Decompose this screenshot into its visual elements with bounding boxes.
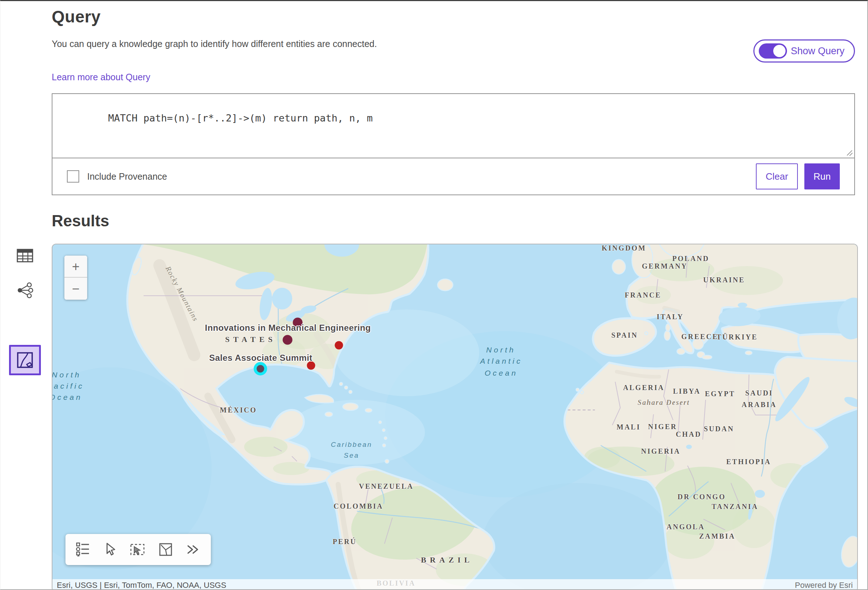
map-place-label: EGYPT (705, 390, 735, 398)
query-buttons: Clear Run (756, 164, 840, 189)
map-place-label: Sea (344, 451, 360, 460)
clear-button[interactable]: Clear (756, 164, 798, 189)
map-place-label: North (486, 346, 515, 354)
toggle-knob (772, 44, 787, 58)
map-place-label: SUDAN (704, 425, 734, 433)
map-place-label: TANZANIA (712, 503, 758, 511)
zoom-control: + − (64, 255, 87, 300)
learn-more-link[interactable]: Learn more about Query (52, 72, 150, 83)
map-place-label: POLAND (672, 255, 709, 263)
map-toolbar (65, 534, 211, 565)
map-place-label: FRANCE (624, 291, 661, 299)
query-input[interactable]: MATCH path=(n)-[r*..2]->(m) return path,… (52, 94, 854, 158)
map-marker-entity-selected[interactable] (254, 362, 267, 376)
map-place-label: MALI (617, 423, 641, 431)
legend-list-button[interactable] (74, 540, 92, 559)
map-place-label: ZAMBIA (699, 532, 735, 540)
map-place-label: GERMANY (642, 262, 688, 270)
map-place-label: Pacific (52, 382, 84, 391)
map-place-label: KINGDOM (601, 244, 646, 252)
include-provenance-label: Include Provenance (87, 171, 167, 182)
map-place-label: ITALY (657, 313, 683, 321)
query-text: MATCH path=(n)-[r*..2]->(m) return path,… (108, 112, 373, 124)
show-query-label: Show Query (791, 46, 844, 57)
map-place-label: COLOMBIA (334, 502, 383, 510)
view-sidebar (9, 244, 42, 375)
map-place-label: North (52, 370, 81, 379)
include-provenance-checkbox[interactable] (67, 170, 79, 183)
map-place-label: Sahara Desert (638, 398, 690, 407)
map-place-label: ANGOLA (667, 523, 705, 531)
select-by-rectangle-button[interactable] (128, 540, 147, 559)
select-by-rectangle-icon (129, 541, 146, 558)
map-place-label: SPAIN (611, 331, 638, 339)
results-area: KINGDOMPOLANDGERMANYUKRAINEFRANCEITALYSP… (0, 244, 867, 590)
run-button[interactable]: Run (805, 164, 840, 189)
expand-toolbar-button[interactable] (184, 541, 202, 558)
map-place-label: PERÚ (333, 538, 357, 546)
map-place-label: STATES (225, 335, 276, 344)
sidebar-item-table-view[interactable] (9, 244, 41, 267)
map-place-label: MÉXICO (220, 406, 257, 414)
map-place-label: Rocky Mountains (164, 265, 200, 323)
legend-list-icon (75, 541, 90, 558)
map-place-label: Ocean (52, 393, 83, 402)
sidebar-item-link-chart-view[interactable] (9, 278, 41, 302)
include-provenance-row: Include Provenance (67, 170, 167, 183)
map-place-label: SAUDI (745, 389, 773, 397)
map-event-label: Innovations in Mechanical Engineering (205, 323, 371, 333)
query-description: You can query a knowledge graph to ident… (52, 39, 377, 49)
map-place-label: ETHIOPIA (726, 458, 771, 466)
map-place-label: ARABIA (742, 401, 777, 409)
description-row: You can query a knowledge graph to ident… (52, 39, 855, 62)
query-actions: Include Provenance Clear Run (52, 158, 854, 195)
results-title: Results (52, 212, 867, 230)
map-marker-entity-dark[interactable] (283, 335, 292, 345)
show-query-toggle[interactable]: Show Query (753, 40, 855, 62)
map-place-label: GREECE (681, 333, 718, 341)
app-window: Query You can query a knowledge graph to… (0, 0, 868, 590)
map-place-label: UKRAINE (703, 276, 745, 284)
map-place-label: VENEZUELA (359, 482, 413, 491)
map-marker-entity-red[interactable] (335, 341, 343, 350)
map-view[interactable]: KINGDOMPOLANDGERMANYUKRAINEFRANCEITALYSP… (52, 244, 858, 590)
zoom-in-button[interactable]: + (64, 255, 87, 278)
map-place-label: NIGER (648, 423, 678, 431)
select-by-polygon-button[interactable] (156, 540, 175, 559)
map-place-label: BRAZIL (421, 555, 473, 565)
table-icon (17, 248, 33, 263)
zoom-out-button[interactable]: − (64, 278, 87, 300)
resize-grip-icon[interactable] (845, 149, 853, 156)
map-place-label: NIGERIA (641, 447, 681, 456)
map-place-label: CHAD (676, 430, 702, 438)
map-event-label: Sales Associate Summit (209, 353, 312, 363)
query-box: MATCH path=(n)-[r*..2]->(m) return path,… (52, 93, 855, 195)
query-section: Query You can query a knowledge graph to… (0, 7, 867, 195)
pointer-icon (102, 542, 117, 557)
select-by-polygon-icon (158, 542, 173, 557)
powered-by-esri: Powered by Esri (795, 581, 853, 590)
map-place-label: DR CONGO (678, 493, 725, 501)
link-chart-icon (17, 282, 33, 298)
map-place-label: TÜRKIYE (716, 333, 758, 341)
pointer-button[interactable] (101, 540, 118, 559)
map-place-label: ALGERIA (623, 384, 664, 392)
expand-chevrons-icon (185, 542, 201, 557)
map-place-label: Atlantic (480, 357, 523, 366)
map-icon (17, 352, 33, 369)
toggle-switch-icon[interactable] (759, 43, 787, 59)
map-place-label: LIBYA (673, 387, 701, 395)
page-title: Query (52, 7, 855, 27)
map-attribution-bar: Esri, USGS | Esri, TomTom, FAO, NOAA, US… (52, 579, 857, 590)
map-place-label: Caribbean (331, 441, 372, 448)
sidebar-item-map-view[interactable] (9, 345, 41, 375)
map-attribution-sources: Esri, USGS | Esri, TomTom, FAO, NOAA, US… (57, 581, 226, 590)
map-place-label: Ocean (485, 369, 518, 378)
